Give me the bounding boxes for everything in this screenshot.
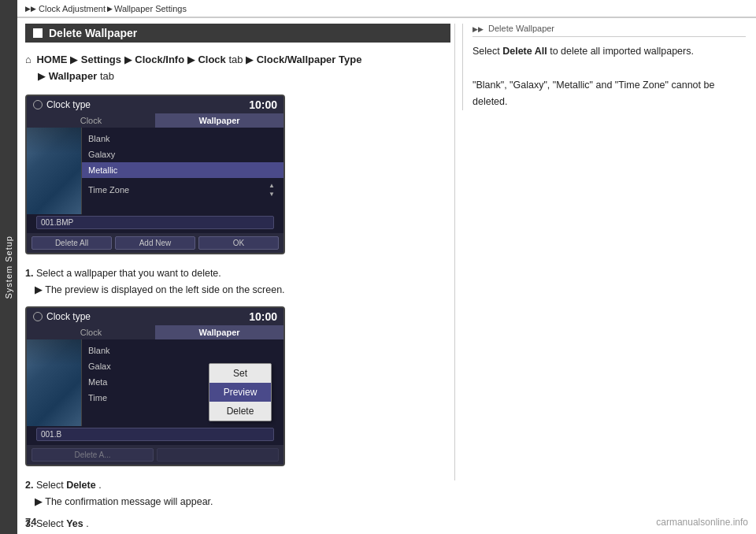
- screen2-buttons: Delete A...: [27, 445, 284, 465]
- screen1-file-area: 001.BMP: [27, 216, 284, 233]
- nav-home: HOME: [36, 54, 67, 65]
- right-para1: Select Delete All to delete all imported…: [472, 43, 746, 60]
- nav-arrow5: ▶: [38, 70, 49, 82]
- sidebar: System Setup: [0, 0, 17, 534]
- screen2-thumbnail: [27, 339, 82, 426]
- scroll-indicator: ▲ ▼: [266, 181, 277, 198]
- step2-num: 2.: [25, 480, 33, 491]
- step1-text: Select a wallpaper that you want to dele…: [36, 268, 221, 279]
- watermark: carmanualsonline.info: [656, 517, 748, 528]
- screen1-tab-wallpaper[interactable]: Wallpaper: [155, 113, 284, 128]
- breadcrumb: ▶▶ Clock Adjustment ▶ Wallpaper Settings: [17, 0, 756, 17]
- screen2-title-left: Clock type: [33, 311, 91, 322]
- step2-dot: .: [98, 480, 101, 491]
- main-divider: [17, 17, 756, 18]
- screen1-list: Blank Galaxy Metallic Time Zone ▲ ▼: [82, 128, 284, 214]
- popup-preview[interactable]: Preview: [209, 383, 271, 402]
- screen1-buttons: Delete All Add New OK: [27, 233, 284, 253]
- screen2-tab-clock[interactable]: Clock: [27, 325, 155, 339]
- step2-sub: The confirmation message will appear.: [45, 496, 213, 507]
- screen1-btn-delete-all[interactable]: Delete All: [32, 236, 112, 250]
- screen1-thumbnail: [27, 128, 82, 214]
- step2-action: Select: [36, 480, 66, 491]
- breadcrumb-arrow1: ▶▶: [25, 5, 36, 13]
- screen1-clock-icon: [33, 100, 43, 109]
- section-title: Delete Wallpaper: [49, 27, 137, 39]
- steps-section2: 2. Select Delete . ▶ The confirmation me…: [25, 477, 450, 534]
- screen1-title-left: Clock type: [33, 99, 91, 110]
- screen2-titlebar: Clock type 10:00: [27, 308, 284, 325]
- right-section-label: Delete Wallpaper: [488, 24, 554, 33]
- section-header: Delete Wallpaper: [25, 24, 450, 43]
- content-left: Delete Wallpaper ⌂ HOME ▶ Settings ▶ Clo…: [25, 24, 450, 534]
- popup-delete[interactable]: Delete: [209, 402, 271, 421]
- screen2-clock-icon: [33, 312, 43, 321]
- nav-wallpaper: Wallpaper: [49, 70, 98, 82]
- step1-arrow: ▶: [35, 284, 45, 295]
- nav-path: ⌂ HOME ▶ Settings ▶ Clock/Info ▶ Clock t…: [25, 52, 450, 85]
- nav-arrow3: ▶: [187, 54, 198, 65]
- screen2-tabs: Clock Wallpaper: [27, 325, 284, 339]
- screen2-file: 001.B: [36, 428, 274, 441]
- step2-bold: Delete: [66, 480, 96, 491]
- section-header-icon: [33, 28, 43, 38]
- screen2-item-blank[interactable]: Blank: [82, 343, 284, 358]
- popup-set[interactable]: Set: [209, 364, 271, 383]
- nav-arrow4: ▶: [246, 54, 257, 65]
- step3: 3. Select Yes . ▶ The display will retur…: [25, 516, 450, 534]
- steps-section1: 1. Select a wallpaper that you want to d…: [25, 265, 450, 299]
- nav-clock-info: Clock/Info: [135, 54, 184, 65]
- step3-action: Select: [36, 518, 66, 529]
- context-menu: Set Preview Delete: [209, 363, 272, 421]
- screen1-item-metallic[interactable]: Metallic: [82, 162, 284, 178]
- right-section-arrow: ▶▶: [472, 25, 484, 33]
- screen2-btn-placeholder: [157, 448, 279, 462]
- step2-arrow: ▶: [35, 496, 45, 507]
- step2: 2. Select Delete . ▶ The confirmation me…: [25, 477, 450, 511]
- step3-bold: Yes: [66, 518, 83, 529]
- screen2-time: 10:00: [249, 310, 277, 323]
- nav-home-icon: ⌂: [25, 54, 32, 65]
- screen1-titlebar: Clock type 10:00: [27, 96, 284, 113]
- screen2-tab-wallpaper[interactable]: Wallpaper: [155, 325, 284, 339]
- nav-arrow1: ▶: [70, 54, 81, 65]
- breadcrumb-part2: Wallpaper Settings: [114, 4, 187, 13]
- right-body: Select Delete All to delete all imported…: [472, 43, 746, 110]
- screen1-item-galaxy[interactable]: Galaxy: [82, 146, 284, 162]
- screen-mockup-1: Clock type 10:00 Clock Wallpaper Blank G…: [25, 95, 285, 254]
- screen1-time: 10:00: [249, 98, 277, 111]
- nav-tab-word2: tab: [100, 70, 114, 82]
- right-para2: "Blank", "Galaxy", "Metallic" and "Time …: [472, 77, 746, 111]
- nav-clock-wallpaper: Clock/Wallpaper Type: [257, 54, 362, 65]
- screen-mockup-2: Clock type 10:00 Clock Wallpaper Blank G…: [25, 306, 285, 466]
- screen1-item-timezone[interactable]: Time Zone ▲ ▼: [82, 178, 284, 202]
- screen1-thumbnail-image: [27, 128, 81, 214]
- screen1-tab-clock[interactable]: Clock: [27, 113, 155, 128]
- screen1-btn-add-new[interactable]: Add New: [115, 236, 195, 250]
- screen1-file: 001.BMP: [36, 216, 274, 229]
- nav-settings: Settings: [81, 54, 121, 65]
- content-right: ▶▶ Delete Wallpaper Select Delete All to…: [462, 24, 746, 110]
- screen2-thumbnail-image: [27, 339, 81, 426]
- right-section-title: ▶▶ Delete Wallpaper: [472, 24, 746, 37]
- nav-clock: Clock: [198, 54, 225, 65]
- nav-tab-word: tab: [228, 54, 243, 65]
- screen1-btn-ok[interactable]: OK: [198, 236, 279, 250]
- step3-dot: .: [86, 518, 88, 529]
- screen2-body: Blank Galax Meta Time Set Preview Delete: [27, 339, 284, 426]
- main-content: ▶▶ Clock Adjustment ▶ Wallpaper Settings…: [17, 0, 756, 534]
- right-delete-all-bold: Delete All: [502, 46, 547, 57]
- step1-sub: The preview is displayed on the left sid…: [45, 284, 284, 295]
- vertical-divider: [454, 24, 455, 480]
- screen2-file-area: 001.B: [27, 428, 284, 445]
- page-number: 74: [25, 516, 36, 528]
- screen2-btn-delete-all[interactable]: Delete A...: [32, 448, 154, 462]
- nav-arrow2: ▶: [124, 54, 135, 65]
- screen1-item-blank[interactable]: Blank: [82, 131, 284, 146]
- screen1-tabs: Clock Wallpaper: [27, 113, 284, 128]
- step1: 1. Select a wallpaper that you want to d…: [25, 265, 450, 299]
- screen1-body: Blank Galaxy Metallic Time Zone ▲ ▼: [27, 128, 284, 214]
- sidebar-label: System Setup: [4, 235, 13, 299]
- step1-num: 1.: [25, 268, 33, 279]
- breadcrumb-sep1: ▶: [107, 5, 113, 13]
